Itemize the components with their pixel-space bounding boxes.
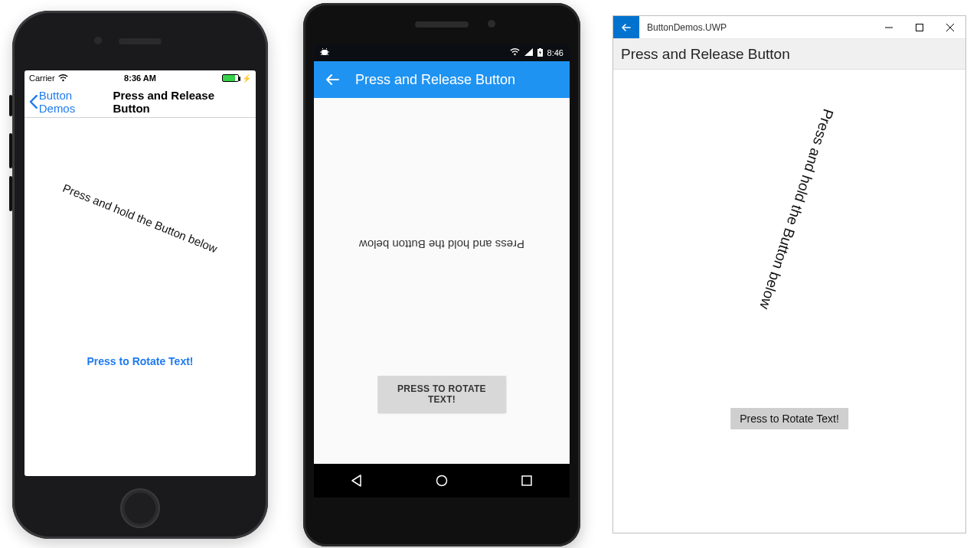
press-rotate-button[interactable]: Press to Rotate Text! bbox=[730, 408, 848, 429]
ios-content: Press and hold the Button below Press to… bbox=[24, 118, 256, 476]
android-navigation-bar bbox=[314, 464, 570, 497]
arrow-left-icon bbox=[325, 72, 340, 87]
close-icon bbox=[946, 24, 954, 31]
page-title: Press and Release Button bbox=[613, 39, 965, 70]
nav-back-button[interactable] bbox=[325, 72, 340, 87]
battery-icon bbox=[537, 48, 543, 58]
rotating-label: Press and hold the Button below bbox=[359, 238, 524, 251]
android-device-frame: 8:46 Press and Release Button Press and … bbox=[303, 3, 580, 546]
chevron-left-icon bbox=[29, 95, 38, 109]
page-title: Press and Release Button bbox=[113, 89, 251, 115]
iphone-volume-down bbox=[9, 176, 12, 211]
android-content: Press and hold the Button below PRESS TO… bbox=[314, 98, 570, 464]
ios-carrier-label: Carrier bbox=[29, 73, 55, 83]
svg-rect-2 bbox=[539, 48, 541, 50]
iphone-speaker bbox=[119, 38, 162, 44]
svg-rect-5 bbox=[916, 24, 923, 31]
uwp-titlebar: ButtonDemos.UWP bbox=[613, 16, 965, 39]
nav-back-button[interactable]: Button Demos bbox=[29, 89, 109, 115]
press-rotate-button[interactable]: PRESS TO ROTATE TEXT! bbox=[378, 376, 506, 413]
nav-home-softkey[interactable] bbox=[435, 474, 449, 488]
titlebar-back-button[interactable] bbox=[613, 16, 639, 38]
android-clock: 8:46 bbox=[547, 48, 564, 57]
uwp-content: Press and hold the Button below Press to… bbox=[613, 70, 965, 533]
window-maximize-button[interactable] bbox=[904, 16, 935, 38]
iphone-front-camera bbox=[94, 37, 102, 44]
window-caption: ButtonDemos.UWP bbox=[639, 16, 874, 38]
window-minimize-button[interactable] bbox=[874, 16, 904, 38]
battery-icon bbox=[222, 74, 239, 82]
android-front-camera bbox=[488, 20, 495, 28]
iphone-device-frame: Carrier 8:36 AM ⚡ Button Demos Press and… bbox=[12, 11, 268, 539]
nav-recent-softkey[interactable] bbox=[520, 474, 534, 488]
android-app-bar: Press and Release Button bbox=[314, 61, 570, 98]
page-title: Press and Release Button bbox=[355, 72, 515, 88]
bug-icon bbox=[320, 47, 329, 58]
window-close-button[interactable] bbox=[935, 16, 965, 38]
minimize-icon bbox=[885, 24, 893, 31]
nav-back-label: Button Demos bbox=[39, 89, 110, 115]
ios-clock: 8:36 AM bbox=[124, 73, 156, 83]
android-speaker bbox=[415, 21, 469, 28]
wifi-icon bbox=[510, 48, 520, 57]
ios-screen: Carrier 8:36 AM ⚡ Button Demos Press and… bbox=[24, 70, 256, 476]
android-screen: 8:46 Press and Release Button Press and … bbox=[314, 44, 570, 497]
maximize-icon bbox=[916, 24, 923, 31]
cell-signal-icon bbox=[524, 48, 533, 57]
uwp-window: ButtonDemos.UWP Press and Release Button… bbox=[612, 15, 966, 533]
rotating-label: Press and hold the Button below bbox=[61, 181, 220, 256]
iphone-mute-switch bbox=[9, 95, 12, 116]
iphone-volume-up bbox=[9, 133, 12, 168]
charging-icon: ⚡ bbox=[242, 74, 251, 83]
rotating-label: Press and hold the Button below bbox=[756, 106, 836, 311]
svg-rect-0 bbox=[322, 50, 328, 55]
press-rotate-button[interactable]: Press to Rotate Text! bbox=[83, 354, 198, 368]
ios-status-bar: Carrier 8:36 AM ⚡ bbox=[24, 70, 256, 86]
ios-nav-bar: Button Demos Press and Release Button bbox=[24, 86, 256, 118]
svg-rect-4 bbox=[522, 476, 531, 485]
arrow-left-icon bbox=[621, 22, 632, 33]
svg-point-3 bbox=[436, 476, 446, 486]
android-status-bar: 8:46 bbox=[314, 44, 570, 61]
nav-back-softkey[interactable] bbox=[350, 474, 364, 488]
wifi-icon bbox=[58, 74, 68, 82]
iphone-home-button[interactable] bbox=[120, 488, 160, 528]
